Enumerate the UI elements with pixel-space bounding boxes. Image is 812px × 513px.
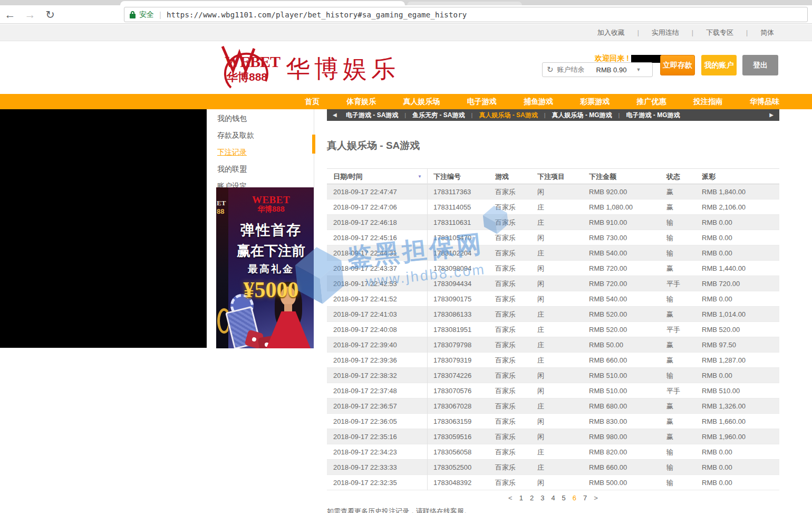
- nav-item[interactable]: 华博品味: [750, 97, 779, 107]
- nav-item[interactable]: 首页: [305, 97, 320, 107]
- tabs-scroll-left-icon[interactable]: ◀: [333, 112, 337, 118]
- table-row[interactable]: 2018-09-17 22:47:471783117363百家乐闲RMB 920…: [327, 184, 779, 200]
- address-bar[interactable]: 安全 | https://www.wbg1101.com/player/bet_…: [124, 7, 808, 22]
- pagination-page[interactable]: 4: [551, 494, 555, 502]
- table-row[interactable]: 2018-09-17 22:46:181783110631百家乐庄RMB 910…: [327, 215, 779, 230]
- nav-item[interactable]: 体育娱乐: [346, 97, 376, 107]
- table-row[interactable]: 2018-09-17 22:41:031783086133百家乐庄RMB 520…: [327, 307, 779, 322]
- table-cell: 输: [666, 218, 702, 227]
- nav-item[interactable]: 电子游戏: [467, 97, 497, 107]
- tab-item[interactable]: 鱼乐无穷 - SA游戏: [412, 111, 465, 120]
- table-row[interactable]: 2018-09-17 22:36:051783063159百家乐闲RMB 830…: [327, 414, 779, 429]
- pagination-page[interactable]: 1: [519, 494, 523, 502]
- browser-chrome: ← → ↻ 安全 | https://www.wbg1101.com/playe…: [0, 0, 812, 24]
- banner-headline-1: 弹性首存: [228, 221, 314, 240]
- nav-item[interactable]: 真人娱乐场: [403, 97, 440, 107]
- table-row[interactable]: 2018-09-17 22:40:081783081951百家乐庄RMB 520…: [327, 322, 779, 337]
- topbar-link[interactable]: 实用连结: [652, 28, 679, 37]
- sort-caret-icon[interactable]: ▼: [418, 174, 422, 179]
- column-header[interactable]: 下注金额: [589, 172, 666, 182]
- pagination-page[interactable]: 3: [540, 494, 544, 502]
- tabs-scroll-right-icon[interactable]: ▶: [769, 112, 774, 118]
- tab-item[interactable]: 真人娱乐场 - MG游戏: [552, 111, 612, 120]
- table-row[interactable]: 2018-09-17 22:41:521783090175百家乐闲RMB 540…: [327, 291, 779, 307]
- reload-button[interactable]: ↻: [40, 8, 60, 21]
- nav-item[interactable]: 彩票游戏: [580, 97, 610, 107]
- pagination-next[interactable]: >: [594, 494, 598, 502]
- table-row[interactable]: 2018-09-17 22:44:311783102204百家乐庄RMB 540…: [327, 245, 779, 261]
- table-row[interactable]: 2018-09-17 22:38:321783074226百家乐闲RMB 510…: [327, 368, 779, 383]
- table-row[interactable]: 2018-09-17 22:34:231783056058百家乐庄RMB 820…: [327, 444, 779, 460]
- table-cell: 百家乐: [495, 356, 537, 365]
- table-cell: 百家乐: [495, 203, 537, 212]
- browser-background-tab[interactable]: [407, 2, 522, 5]
- browser-active-tab[interactable]: [120, 1, 405, 5]
- table-cell: 百家乐: [495, 264, 537, 273]
- table-cell: RMB 97.50: [702, 341, 779, 349]
- logout-button[interactable]: 登出: [742, 55, 778, 75]
- refresh-balance-icon[interactable]: ↻: [547, 65, 554, 74]
- pagination-page[interactable]: 7: [583, 494, 587, 502]
- column-header[interactable]: 下注编号: [427, 169, 495, 184]
- tab-item[interactable]: 真人娱乐场 - SA游戏: [479, 111, 537, 120]
- tab-item[interactable]: 电子游戏 - SA游戏: [346, 111, 398, 120]
- promo-banner[interactable]: ET 88 WEBET 华博888 弹性首存 赢在下注前 最高礼金 ¥5000: [216, 187, 314, 348]
- url-text[interactable]: https://www.wbg1101.com/player/bet_histo…: [167, 11, 467, 19]
- table-row[interactable]: 2018-09-17 22:39:401783079798百家乐庄RMB 50.…: [327, 337, 779, 353]
- balance-dropdown-icon[interactable]: ▼: [636, 67, 641, 72]
- pagination-prev[interactable]: <: [508, 494, 513, 502]
- table-row[interactable]: 2018-09-17 22:45:161783105470百家乐闲RMB 730…: [327, 230, 779, 245]
- table-cell: 1783079798: [427, 337, 495, 353]
- site-logo[interactable]: WEBET 华博888 华博娱乐: [215, 43, 400, 92]
- table-cell: RMB 2,106.00: [702, 203, 779, 211]
- pagination-page[interactable]: 2: [530, 494, 534, 502]
- nav-item[interactable]: 推广优惠: [637, 97, 666, 107]
- table-row[interactable]: 2018-09-17 22:32:351783048392百家乐闲RMB 500…: [327, 475, 779, 490]
- sidebar-item[interactable]: 下注记录: [216, 144, 314, 161]
- topbar-link[interactable]: 加入收藏: [597, 28, 625, 37]
- table-cell: 庄: [537, 356, 589, 365]
- forward-button[interactable]: →: [20, 8, 40, 21]
- table-cell: 闲: [537, 294, 589, 304]
- table-row[interactable]: 2018-09-17 22:47:061783114055百家乐庄RMB 1,0…: [327, 200, 779, 215]
- deposit-button[interactable]: 立即存款: [660, 55, 695, 75]
- table-row[interactable]: 2018-09-17 22:36:571783067028百家乐庄RMB 680…: [327, 398, 779, 414]
- table-row[interactable]: 2018-09-17 22:35:161783059516百家乐闲RMB 980…: [327, 429, 779, 444]
- topbar-link[interactable]: 下载专区: [706, 28, 733, 37]
- table-cell: 2018-09-17 22:37:48: [327, 387, 427, 395]
- column-header[interactable]: 游戏: [495, 172, 537, 182]
- nav-item[interactable]: 捕鱼游戏: [524, 97, 553, 107]
- sidebar: 我的钱包存款及取款下注记录我的联盟账户设定: [216, 109, 314, 200]
- site-header: WEBET 华博888 华博娱乐 欢迎回来 ! ↻ 账户结余 RMB 0.90 …: [0, 41, 812, 94]
- table-cell: 1783070576: [427, 383, 495, 398]
- balance-box[interactable]: ↻ 账户结余 RMB 0.90 ▼: [542, 62, 653, 77]
- table-row[interactable]: 2018-09-17 22:37:481783070576百家乐闲RMB 510…: [327, 383, 779, 398]
- column-header[interactable]: 状态: [666, 172, 702, 182]
- table-cell: RMB 920.00: [589, 188, 666, 196]
- table-cell: 赢: [666, 432, 702, 442]
- table-cell: 1783056058: [427, 444, 495, 460]
- back-button[interactable]: ←: [0, 8, 20, 21]
- sidebar-item[interactable]: 我的联盟: [216, 161, 314, 178]
- nav-item[interactable]: 投注指南: [693, 97, 723, 107]
- banner-logo-webet: WEBET: [228, 194, 314, 206]
- table-cell: 1783081951: [427, 322, 495, 337]
- tab-item[interactable]: 电子游戏 - MG游戏: [626, 111, 680, 120]
- table-cell: 输: [666, 249, 702, 258]
- table-row[interactable]: 2018-09-17 22:43:371783098094百家乐闲RMB 720…: [327, 261, 779, 276]
- topbar-link[interactable]: 简体: [760, 28, 774, 37]
- sidebar-item[interactable]: 存款及取款: [216, 127, 314, 144]
- sidebar-item[interactable]: 我的钱包: [216, 110, 314, 127]
- my-account-button[interactable]: 我的账户: [701, 55, 737, 75]
- table-row[interactable]: 2018-09-17 22:42:531783094434百家乐闲RMB 720…: [327, 276, 779, 291]
- column-header[interactable]: 下注项目: [537, 172, 589, 182]
- table-row[interactable]: 2018-09-17 22:33:331783052500百家乐庄RMB 660…: [327, 460, 779, 475]
- table-cell: 输: [666, 294, 702, 304]
- column-header[interactable]: 派彩: [702, 172, 779, 182]
- column-header[interactable]: 日期/时间▼: [327, 172, 427, 182]
- logo-888-text: 华博888: [227, 70, 267, 84]
- table-row[interactable]: 2018-09-17 22:39:361783079319百家乐庄RMB 660…: [327, 353, 779, 368]
- banner-main[interactable]: WEBET 华博888 弹性首存 赢在下注前 最高礼金 ¥5000: [228, 187, 314, 348]
- pagination-page[interactable]: 6: [573, 494, 576, 502]
- pagination-page[interactable]: 5: [562, 494, 566, 502]
